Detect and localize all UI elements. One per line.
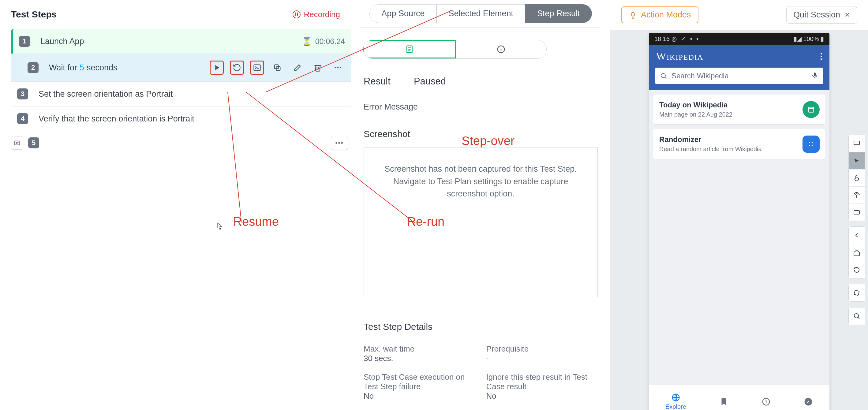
copy-icon <box>273 63 282 72</box>
tab-step-result[interactable]: Step Result <box>525 4 592 23</box>
svg-rect-20 <box>814 72 816 76</box>
document-icon <box>405 45 414 54</box>
nav-compass[interactable] <box>804 397 813 406</box>
step-action-toolbar <box>210 61 345 75</box>
step-number: 2 <box>28 62 38 73</box>
step-text: Wait for 5 seconds <box>49 63 118 72</box>
step-row-4[interactable]: 4 Verify that the screen orientation is … <box>11 106 351 131</box>
more-button[interactable] <box>331 61 345 75</box>
device-bottom-nav: Explore <box>649 385 830 410</box>
ignore-label: Ignore this step result in Test Case res… <box>486 372 598 391</box>
step-number: 1 <box>19 36 30 47</box>
wiki-brand-logo: WIKIPEDIA <box>656 51 703 62</box>
recording-indicator: Recording <box>292 10 340 19</box>
panel-title: Test Steps <box>11 9 57 20</box>
nav-history[interactable] <box>762 397 771 406</box>
device-status-bar: 18:16 ◎ ✓ • • ▮◢ 100% ▮ <box>649 33 830 45</box>
card-randomizer[interactable]: Randomizer Read a random article from Wi… <box>653 129 825 159</box>
edit-icon <box>293 63 302 72</box>
svg-point-17 <box>631 12 635 16</box>
rerun-button[interactable] <box>230 61 244 75</box>
prereq-label: Prerequisite <box>486 344 598 354</box>
mic-icon[interactable] <box>811 72 818 80</box>
device-preview: 18:16 ◎ ✓ • • ▮◢ 100% ▮ WIKIPEDIA <box>649 33 830 410</box>
keyboard-icon <box>853 209 860 216</box>
svg-point-4 <box>335 67 336 68</box>
step-param: 5 <box>80 63 84 72</box>
tool-home[interactable] <box>849 244 865 261</box>
search-icon <box>660 72 667 80</box>
bookmark-icon <box>719 397 728 406</box>
tool-rotate[interactable] <box>849 284 865 302</box>
context-toggle[interactable] <box>11 136 23 150</box>
step-number-5[interactable]: 5 <box>28 137 39 148</box>
monitor-icon <box>853 140 860 147</box>
nav-explore[interactable]: Explore <box>665 393 686 410</box>
tab-selected-element[interactable]: Selected Element <box>436 4 525 23</box>
step-row-1[interactable]: 1 Launch App ⏳ 00:06.24 <box>11 29 351 54</box>
device-tool-rail <box>848 135 865 330</box>
rotate-icon <box>853 289 860 296</box>
step-details-panel: App Source Selected Element Step Result <box>351 0 610 410</box>
magnify-icon <box>853 312 860 320</box>
kebab-icon[interactable] <box>820 53 822 60</box>
replay-icon <box>232 63 241 72</box>
tool-pointer[interactable] <box>849 152 865 169</box>
close-icon: ✕ <box>844 11 850 19</box>
info-icon <box>496 45 506 54</box>
tap-icon <box>853 175 860 182</box>
edit-button[interactable] <box>290 61 305 75</box>
action-modes-button[interactable]: Action Modes <box>621 6 699 23</box>
stepover-button[interactable] <box>250 61 264 75</box>
search-input[interactable]: Search Wikipedia <box>655 68 823 84</box>
bulb-icon <box>629 11 637 19</box>
pointer-icon <box>853 157 860 165</box>
signal-icon: ▮◢ <box>794 35 802 42</box>
tool-keyboard[interactable] <box>849 203 865 221</box>
device-panel: Action Modes Quit Session ✕ 18:16 ◎ ✓ • … <box>610 0 868 410</box>
trash-icon <box>313 63 322 72</box>
svg-rect-39 <box>854 290 859 295</box>
step-row-3[interactable]: 3 Set the screen orientation as Portrait <box>11 82 351 106</box>
svg-point-6 <box>340 67 341 68</box>
tab-app-source[interactable]: App Source <box>369 4 436 23</box>
result-info-view[interactable] <box>456 40 546 58</box>
fingerprint-icon <box>853 192 860 199</box>
copy-button[interactable] <box>270 61 284 75</box>
refresh-icon <box>853 266 860 274</box>
svg-point-27 <box>812 145 813 146</box>
detail-tab-strip: App Source Selected Element Step Result <box>361 0 601 28</box>
nav-bookmarks[interactable] <box>719 397 728 406</box>
maxwait-label: Max. wait time <box>364 344 475 354</box>
step-number: 3 <box>17 88 28 99</box>
screenshot-heading: Screenshot <box>364 129 410 139</box>
quit-session-button[interactable]: Quit Session ✕ <box>786 6 857 24</box>
tool-back[interactable] <box>849 227 865 244</box>
stop-value: No <box>364 391 475 401</box>
svg-point-24 <box>809 142 810 143</box>
tool-refresh[interactable] <box>849 261 865 278</box>
resume-button[interactable] <box>210 61 224 75</box>
tool-device[interactable] <box>849 135 865 152</box>
result-heading: Result <box>364 76 391 87</box>
step-more-menu[interactable]: ••• <box>331 136 348 150</box>
tool-touch[interactable] <box>849 186 865 203</box>
note-icon <box>14 139 21 146</box>
compass-icon <box>804 397 813 406</box>
svg-rect-7 <box>15 141 20 145</box>
svg-rect-0 <box>254 65 260 71</box>
svg-point-26 <box>809 145 810 146</box>
recording-label: Recording <box>304 10 340 19</box>
tool-tap[interactable] <box>849 169 865 186</box>
svg-rect-32 <box>854 141 860 145</box>
visual-testing-label: Enable Visual Testing for this step <box>361 406 601 410</box>
result-text-view[interactable] <box>363 40 456 58</box>
tool-search[interactable] <box>849 308 865 325</box>
step-timer: 00:06.24 <box>315 37 345 46</box>
steps-list: 1 Launch App ⏳ 00:06.24 2 Wait for 5 sec… <box>11 29 351 154</box>
svg-point-18 <box>661 73 665 78</box>
step-row-2[interactable]: 2 Wait for 5 seconds <box>11 54 351 82</box>
delete-button[interactable] <box>311 61 325 75</box>
details-heading: Test Step Details <box>361 297 601 332</box>
card-today[interactable]: Today on Wikipedia Main page on 22 Aug 2… <box>653 95 825 124</box>
